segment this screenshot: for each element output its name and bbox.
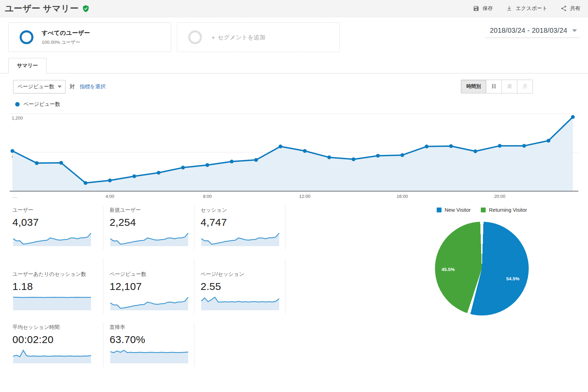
download-icon [506, 5, 513, 12]
x-tick-label: 12:00 [299, 194, 311, 199]
scorecard-pages-per-session: ページ/セッション 2.55 [194, 259, 285, 314]
metric-sparkline [201, 231, 280, 246]
chevron-down-icon [58, 86, 62, 88]
topbar-actions: 保存 エクスポート 共有 [473, 5, 580, 12]
segment-subtitle: 100.00% ユーザー [42, 39, 90, 46]
save-label: 保存 [483, 5, 493, 12]
metric-value: 2.55 [201, 281, 280, 292]
metric-value: 2,254 [110, 217, 189, 228]
controls-row: ページビュー数 対 指標を選択 時間別 日 週 月 [0, 73, 588, 97]
x-tick-label: … [12, 194, 17, 199]
verified-shield-icon [82, 5, 90, 12]
share-button[interactable]: 共有 [560, 5, 580, 12]
legend-item-returning-visitor: Returning Visitor [481, 207, 527, 213]
granularity-hourly-button[interactable]: 時間別 [461, 80, 486, 93]
x-tick-label: 20:00 [494, 194, 506, 199]
granularity-day-button[interactable]: 日 [486, 80, 502, 93]
add-segment-button[interactable]: ＋ セグメントを追加 [177, 22, 340, 52]
x-tick-label: 8:00 [203, 194, 212, 199]
metric-value: 63.70% [110, 334, 189, 345]
metric-select-dropdown[interactable]: ページビュー数 [13, 80, 65, 93]
metric-sparkline [110, 348, 189, 363]
metric-sparkline [12, 348, 98, 363]
series-legend: ページビュー数 [0, 97, 588, 110]
tab-summary[interactable]: サマリー [8, 58, 47, 73]
save-icon [473, 5, 479, 12]
scorecard-avg-session-duration: 平均セッション時間 00:02:20 [12, 323, 103, 367]
granularity-button-group: 時間別 日 週 月 [461, 80, 533, 93]
date-range-picker[interactable]: 2018/03/24 - 2018/03/24 [485, 22, 580, 38]
metric-label: セッション [201, 206, 280, 214]
metric-value: 00:02:20 [12, 334, 98, 345]
series-dot-icon [15, 102, 20, 107]
date-range-text: 2018/03/24 - 2018/03/24 [490, 27, 567, 34]
metric-sparkline [12, 231, 98, 246]
metric-sparkline [110, 295, 189, 310]
scorecards-row-3: 平均セッション時間 00:02:20 直帰率 63.70% [12, 323, 285, 367]
scorecard-users: ユーザー 4,037 [12, 205, 103, 250]
x-axis-labels: …4:008:0012:0016:0020:00 [10, 192, 578, 201]
scorecard-sessions: セッション 4,747 [194, 205, 285, 250]
legend-swatch-blue [437, 208, 442, 212]
metric-value: 1.18 [12, 281, 98, 292]
metric-value: 4,037 [12, 217, 98, 228]
scorecard-empty-cell [194, 323, 285, 367]
lower-section: ユーザー 4,037 新規ユーザー 2,254 セッション 4,747 ユーザー… [0, 201, 588, 376]
metric-sparkline [201, 295, 280, 310]
scorecards-row-1: ユーザー 4,037 新規ユーザー 2,254 セッション 4,747 [12, 205, 285, 250]
granularity-week-button[interactable]: 週 [502, 80, 517, 93]
pie-slice-label-new: 54.5% [506, 276, 519, 281]
share-label: 共有 [570, 5, 580, 12]
segment-all-users[interactable]: すべてのユーザー 100.00% ユーザー [8, 22, 171, 52]
series-name: ページビュー数 [23, 101, 60, 108]
metric-select-value: ページビュー数 [18, 83, 54, 90]
x-tick-label: 16:00 [397, 194, 408, 199]
pageviews-timeline-chart: 6001,200 …4:008:0012:0016:0020:00 [10, 111, 578, 201]
vs-label: 対 [70, 83, 75, 90]
metric-label: 新規ユーザー [110, 206, 189, 214]
segment-row: すべてのユーザー 100.00% ユーザー ＋ セグメントを追加 2018/03… [0, 17, 588, 56]
metric-value: 12,107 [110, 281, 189, 292]
svg-text:1,200: 1,200 [12, 115, 23, 121]
scorecards-row-2: ユーザーあたりのセッション数 1.18 ページビュー数 12,107 ページ/セ… [12, 259, 285, 314]
metric-label: ユーザー [12, 206, 98, 214]
select-metric-link[interactable]: 指標を選択 [80, 83, 105, 90]
top-bar: ユーザー サマリー 保存 エクスポート 共有 [0, 0, 588, 17]
scorecard-new-users: 新規ユーザー 2,254 [103, 205, 194, 250]
x-tick-label: 4:00 [105, 194, 114, 199]
metric-label: ユーザーあたりのセッション数 [12, 259, 98, 278]
segment-ring-icon [20, 30, 33, 44]
pie-chart: 45.5% 54.5% [435, 222, 529, 315]
save-button[interactable]: 保存 [473, 5, 493, 12]
add-segment-label: ＋ セグメントを追加 [210, 33, 265, 41]
metric-label: ページビュー数 [110, 259, 189, 278]
pie-legend: New Visitor Returning Visitor [376, 205, 588, 213]
legend-label: Returning Visitor [489, 207, 527, 213]
scorecard-sessions-per-user: ユーザーあたりのセッション数 1.18 [12, 259, 103, 314]
export-label: エクスポート [516, 5, 547, 12]
scorecard-pageviews: ページビュー数 12,107 [103, 259, 194, 314]
scorecards: ユーザー 4,037 新規ユーザー 2,254 セッション 4,747 ユーザー… [12, 205, 285, 376]
metric-label: 平均セッション時間 [12, 323, 98, 331]
legend-item-new-visitor: New Visitor [437, 207, 471, 213]
segment-text: すべてのユーザー 100.00% ユーザー [42, 29, 90, 46]
metric-label: 直帰率 [110, 323, 189, 331]
metric-label: ページ/セッション [201, 259, 280, 278]
legend-swatch-green [481, 208, 486, 212]
page-title: ユーザー サマリー [5, 3, 79, 14]
chevron-down-icon [572, 29, 577, 32]
segment-ring-gray-icon [188, 30, 202, 44]
legend-label: New Visitor [445, 207, 471, 213]
metric-value: 4,747 [201, 217, 280, 228]
scorecard-bounce-rate: 直帰率 63.70% [103, 323, 194, 367]
export-button[interactable]: エクスポート [506, 5, 547, 12]
visitor-type-panel: New Visitor Returning Visitor 45.5% 54.5… [376, 205, 588, 376]
segment-title: すべてのユーザー [42, 29, 90, 37]
pie-slice-label-returning: 45.5% [442, 267, 455, 272]
metric-sparkline [110, 231, 189, 246]
metric-sparkline [12, 295, 98, 310]
tab-strip: サマリー [0, 58, 588, 73]
share-icon [560, 5, 567, 12]
pageviews-chart-svg: 6001,200 [10, 111, 578, 192]
granularity-month-button[interactable]: 月 [517, 80, 533, 93]
